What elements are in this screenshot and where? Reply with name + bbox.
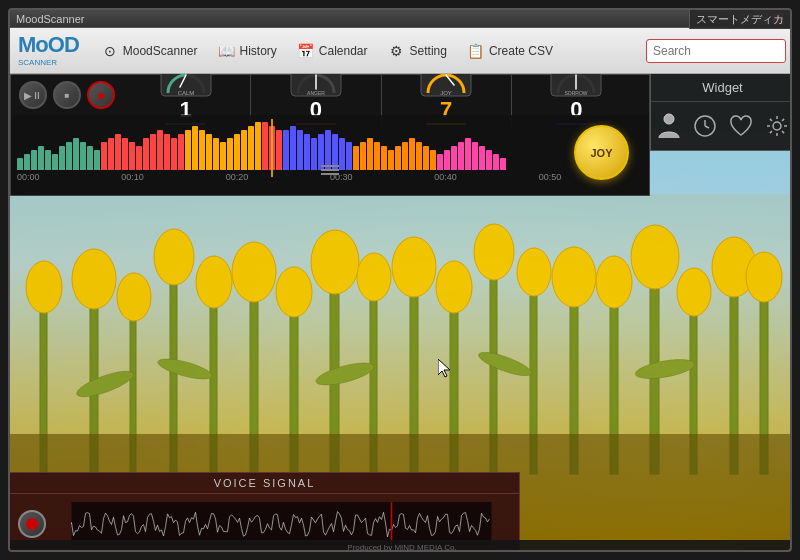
mood-panel: ▶⏸ ■ ● — [10, 74, 650, 196]
stop-button[interactable]: ■ — [53, 81, 81, 109]
svg-point-57 — [664, 114, 674, 124]
svg-text:JOY: JOY — [440, 90, 452, 96]
svg-point-23 — [311, 230, 359, 294]
svg-point-25 — [474, 224, 514, 280]
widget-panel: Widget — [650, 74, 792, 151]
app-container: MoOD SCANNER ⊙ MoodScanner 📖 History 📅 C… — [10, 28, 792, 552]
timeline-cursor — [271, 119, 273, 177]
nav-item-moodscanner[interactable]: ⊙ MoodScanner — [93, 38, 206, 64]
svg-point-38 — [746, 252, 782, 302]
svg-point-22 — [232, 242, 276, 302]
play-pause-icon: ▶⏸ — [24, 90, 42, 101]
history-icon: 📖 — [217, 42, 235, 60]
calm-gauge-svg: CALM — [160, 74, 212, 97]
svg-point-32 — [276, 267, 312, 317]
time-mark-40: 00:40 — [434, 172, 538, 182]
screen-frame: MoodScanner _ □ × MoOD SCANNER ⊙ MoodSca… — [8, 8, 792, 552]
svg-point-24 — [392, 237, 436, 297]
widget-person-icon[interactable] — [657, 112, 681, 140]
logo-scanner: SCANNER — [18, 58, 57, 67]
widget-heart-icon[interactable] — [729, 112, 753, 140]
svg-text:CALM: CALM — [177, 90, 194, 96]
jp-text: スマートメディカ — [689, 10, 790, 29]
record-button[interactable]: ● — [87, 81, 115, 109]
svg-point-35 — [517, 248, 551, 296]
nav-item-createcsv[interactable]: 📋 Create CSV — [459, 38, 561, 64]
nav-item-calendar[interactable]: 📅 Calendar — [289, 38, 376, 64]
footer: Produced by MIND MEDIA Co. — [10, 540, 792, 552]
timeline-menu-icon[interactable] — [321, 163, 339, 177]
calendar-icon: 📅 — [297, 42, 315, 60]
svg-text:SORROW: SORROW — [565, 90, 588, 96]
svg-point-33 — [357, 253, 391, 301]
nav-bar: MoOD SCANNER ⊙ MoodScanner 📖 History 📅 C… — [10, 28, 792, 74]
title-bar-text: MoodScanner — [16, 13, 85, 25]
svg-point-37 — [677, 268, 711, 316]
svg-point-26 — [552, 247, 596, 307]
moodscanner-icon: ⊙ — [101, 42, 119, 60]
nav-item-setting[interactable]: ⚙ Setting — [380, 38, 455, 64]
footer-text: Produced by MIND MEDIA Co. — [347, 543, 456, 552]
record-icon: ● — [97, 87, 105, 103]
svg-point-61 — [773, 122, 781, 130]
voice-record-button[interactable] — [18, 510, 46, 538]
nav-label-setting: Setting — [410, 44, 447, 58]
nav-label-history: History — [239, 44, 276, 58]
nav-label-moodscanner: MoodScanner — [123, 44, 198, 58]
stop-icon: ■ — [65, 91, 70, 100]
setting-icon: ⚙ — [388, 42, 406, 60]
svg-point-20 — [72, 249, 116, 309]
logo-area: MoOD SCANNER — [18, 34, 79, 67]
svg-point-30 — [117, 273, 151, 321]
record-dot — [26, 518, 38, 530]
svg-point-21 — [154, 229, 194, 285]
time-mark-0: 00:00 — [17, 172, 121, 182]
title-bar: MoodScanner _ □ × — [10, 10, 790, 28]
play-pause-button[interactable]: ▶⏸ — [19, 81, 47, 109]
widget-clock-icon[interactable] — [693, 112, 717, 140]
time-mark-10: 00:10 — [121, 172, 225, 182]
controls-row: ▶⏸ ■ ● — [11, 75, 649, 115]
svg-point-27 — [631, 225, 679, 289]
widget-settings-icon[interactable] — [765, 112, 789, 140]
svg-line-60 — [705, 126, 709, 128]
widget-icons-row — [651, 102, 792, 150]
voice-title: VOICE SIGNAL — [10, 473, 519, 494]
svg-point-31 — [196, 256, 232, 308]
svg-point-29 — [26, 261, 62, 313]
time-mark-30: 00:30 — [330, 172, 434, 182]
widget-title: Widget — [651, 74, 792, 102]
anger-gauge-svg: ANGER — [290, 74, 342, 97]
search-area — [646, 39, 786, 63]
joy-bubble: JOY — [574, 125, 629, 180]
content-area: ▶⏸ ■ ● — [10, 74, 792, 552]
svg-text:ANGER: ANGER — [307, 90, 325, 96]
svg-point-36 — [596, 256, 632, 308]
svg-point-34 — [436, 261, 472, 313]
sorrow-gauge-svg: SORROW — [550, 74, 602, 97]
timeline-area[interactable]: JOY 00:00 00:10 00:20 00:30 00:40 00:50 — [11, 115, 649, 195]
mood-bars — [11, 115, 649, 170]
time-mark-20: 00:20 — [226, 172, 330, 182]
joy-gauge-svg: JOY — [420, 74, 472, 97]
logo-mood: MoOD — [18, 34, 79, 56]
joy-bubble-label: JOY — [590, 147, 612, 159]
nav-label-calendar: Calendar — [319, 44, 368, 58]
nav-label-createcsv: Create CSV — [489, 44, 553, 58]
createcsv-icon: 📋 — [467, 42, 485, 60]
search-input[interactable] — [646, 39, 786, 63]
nav-item-history[interactable]: 📖 History — [209, 38, 284, 64]
